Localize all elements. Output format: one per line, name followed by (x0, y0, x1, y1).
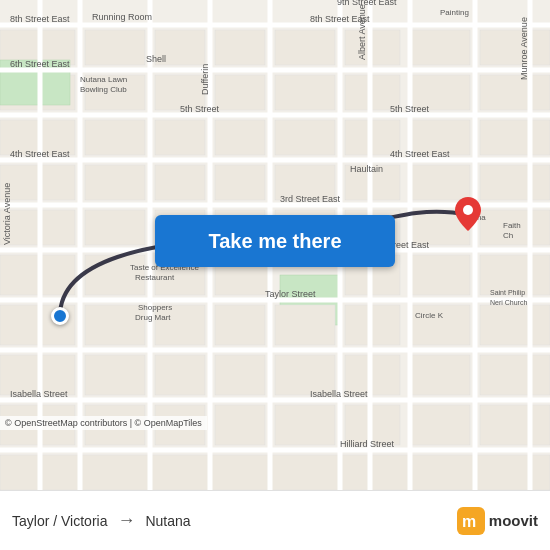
svg-rect-69 (215, 405, 265, 445)
svg-rect-54 (275, 305, 335, 345)
to-stop-label: Nutana (145, 513, 190, 529)
svg-rect-59 (85, 355, 145, 395)
svg-rect-72 (410, 405, 470, 445)
svg-rect-57 (480, 305, 550, 345)
svg-rect-65 (480, 355, 550, 395)
svg-text:5th Street: 5th Street (390, 104, 430, 114)
svg-rect-12 (215, 75, 265, 110)
svg-rect-28 (155, 165, 205, 200)
moovit-brand-text: moovit (489, 512, 538, 529)
svg-rect-19 (85, 120, 145, 155)
svg-rect-27 (85, 165, 145, 200)
svg-text:Isabella Street: Isabella Street (310, 389, 368, 399)
svg-rect-61 (215, 355, 265, 395)
svg-text:Ch: Ch (503, 231, 513, 240)
svg-rect-73 (480, 405, 550, 445)
svg-text:Circle K: Circle K (415, 311, 444, 320)
bottom-navigation-bar: Taylor / Victoria → Nutana m moovit (0, 490, 550, 550)
map-attribution: © OpenStreetMap contributors | © OpenMap… (0, 416, 207, 430)
svg-text:9th Street East: 9th Street East (337, 0, 397, 7)
svg-text:Haultain: Haultain (350, 164, 383, 174)
svg-text:6th Street East: 6th Street East (10, 59, 70, 69)
destination-marker (455, 197, 481, 231)
svg-text:Nutana Lawn: Nutana Lawn (80, 75, 127, 84)
origin-marker (51, 307, 69, 325)
svg-text:Running Room: Running Room (92, 12, 152, 22)
svg-text:Bowling Club: Bowling Club (80, 85, 127, 94)
svg-point-129 (463, 205, 473, 215)
svg-text:Munroe Avenue: Munroe Avenue (519, 17, 529, 80)
svg-rect-35 (85, 210, 145, 245)
svg-text:Shoppers: Shoppers (138, 303, 172, 312)
svg-rect-53 (215, 305, 265, 345)
svg-rect-7 (410, 30, 470, 65)
svg-text:Restaurant: Restaurant (135, 273, 175, 282)
svg-rect-48 (410, 255, 470, 295)
moovit-icon: m (457, 507, 485, 535)
svg-text:Drug Mart: Drug Mart (135, 313, 171, 322)
moovit-logo: m moovit (457, 507, 538, 535)
svg-rect-25 (480, 120, 550, 155)
svg-rect-64 (410, 355, 470, 395)
svg-rect-2 (85, 30, 145, 65)
svg-rect-70 (275, 405, 335, 445)
svg-rect-13 (275, 75, 335, 110)
svg-text:4th Street East: 4th Street East (390, 149, 450, 159)
svg-text:m: m (462, 513, 476, 530)
svg-text:Taylor Street: Taylor Street (265, 289, 316, 299)
svg-rect-33 (480, 165, 550, 200)
svg-text:Painting: Painting (440, 8, 469, 17)
svg-text:Shell: Shell (146, 54, 166, 64)
take-me-there-button[interactable]: Take me there (155, 215, 395, 267)
svg-rect-5 (275, 30, 335, 65)
cta-label: Take me there (208, 230, 341, 253)
svg-text:Hilliard Street: Hilliard Street (340, 439, 395, 449)
svg-rect-20 (155, 120, 205, 155)
svg-rect-22 (275, 120, 335, 155)
svg-rect-16 (480, 75, 550, 110)
svg-text:Dufferin: Dufferin (200, 64, 210, 95)
svg-text:Victoria Avenue: Victoria Avenue (2, 183, 12, 245)
svg-rect-51 (85, 305, 145, 345)
svg-text:Albert Avenue: Albert Avenue (357, 4, 367, 60)
svg-text:Neri Church: Neri Church (490, 299, 527, 306)
svg-text:8th Street East: 8th Street East (10, 14, 70, 24)
svg-text:Faith: Faith (503, 221, 521, 230)
map: 8th Street East 8th Street East 6th Stre… (0, 0, 550, 490)
from-stop-label: Taylor / Victoria (12, 513, 107, 529)
svg-text:5th Street: 5th Street (180, 104, 220, 114)
svg-text:Saint Philip: Saint Philip (490, 289, 525, 297)
svg-rect-60 (155, 355, 205, 395)
svg-text:Isabella Street: Isabella Street (10, 389, 68, 399)
svg-rect-29 (215, 165, 265, 200)
svg-text:4th Street East: 4th Street East (10, 149, 70, 159)
direction-arrow-icon: → (117, 510, 135, 531)
svg-rect-4 (215, 30, 265, 65)
svg-text:3rd Street East: 3rd Street East (280, 194, 341, 204)
svg-rect-32 (410, 165, 470, 200)
svg-rect-21 (215, 120, 265, 155)
svg-rect-8 (480, 30, 550, 65)
